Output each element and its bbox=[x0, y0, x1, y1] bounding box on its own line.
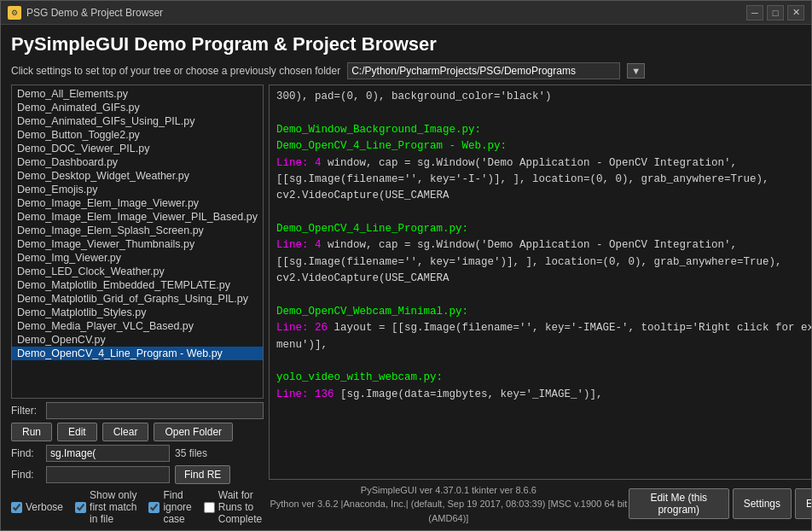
code-line: [[sg.Image(filename='', key='-I-')], ], … bbox=[276, 172, 812, 188]
checkbox-row: Verbose Show only first match in file Fi… bbox=[11, 489, 264, 525]
close-button[interactable]: ✕ bbox=[787, 5, 804, 20]
code-line: menu')], bbox=[276, 337, 812, 353]
code-line bbox=[276, 205, 812, 221]
right-button-row: Edit Me (this program) Settings Exit bbox=[629, 488, 812, 519]
find-re-button[interactable]: Find RE bbox=[175, 465, 230, 484]
list-item[interactable]: Demo_Image_Elem_Image_Viewer.py bbox=[12, 196, 263, 210]
find2-label: Find: bbox=[11, 469, 41, 481]
code-line: 300), pad=(0, 0), background_color='blac… bbox=[276, 89, 812, 105]
run-button[interactable]: Run bbox=[11, 423, 52, 441]
button-row: Run Edit Clear Open Folder bbox=[11, 423, 264, 441]
folder-path-input[interactable] bbox=[347, 62, 620, 79]
list-item[interactable]: Demo_Image_Elem_Image_Viewer_PIL_Based.p… bbox=[12, 210, 263, 224]
edit-button[interactable]: Edit bbox=[57, 423, 97, 441]
code-line bbox=[276, 105, 812, 121]
title-bar-controls: ─ □ ✕ bbox=[746, 5, 804, 20]
right-panel: 300), pad=(0, 0), background_color='blac… bbox=[269, 85, 812, 525]
filter-row: Filter: bbox=[11, 402, 264, 419]
list-item[interactable]: Demo_LED_Clock_Weather.py bbox=[12, 265, 263, 278]
find-ignore-case-label: Find ignore case bbox=[163, 489, 191, 525]
list-item[interactable]: Demo_Media_Player_VLC_Based.py bbox=[12, 319, 263, 333]
minimize-button[interactable]: ─ bbox=[746, 5, 763, 20]
code-line: cv2.VideoCapture(USE_CAMERA bbox=[276, 188, 812, 204]
list-item[interactable]: Demo_DOC_Viewer_PIL.py bbox=[12, 142, 263, 155]
code-line: Line: 4 window, cap = sg.Window('Demo Ap… bbox=[276, 155, 812, 172]
clear-button[interactable]: Clear bbox=[102, 423, 149, 441]
code-line: Line: 136 [sg.Image(data=imgbytes, key='… bbox=[276, 387, 812, 403]
verbose-checkbox[interactable] bbox=[11, 502, 22, 513]
app-container: PySimpleGUI Demo Program & Project Brows… bbox=[1, 25, 811, 531]
title-bar: ⚙ PSG Demo & Project Browser ─ □ ✕ bbox=[1, 1, 811, 25]
list-item[interactable]: Demo_Animated_GIFs.py bbox=[12, 101, 263, 114]
code-line: Demo_Window_Background_Image.py: bbox=[276, 122, 812, 138]
find-ignore-case-checkbox-item[interactable]: Find ignore case bbox=[148, 489, 191, 525]
list-item[interactable]: Demo_Img_Viewer.py bbox=[12, 251, 263, 265]
folder-row: Click settings to set top of your tree o… bbox=[11, 62, 801, 79]
list-item[interactable]: Demo_Matplotlib_Embedded_TEMPLATE.py bbox=[12, 278, 263, 292]
code-line bbox=[276, 288, 812, 304]
title-bar-text: PSG Demo & Project Browser bbox=[26, 7, 741, 19]
wait-for-runs-checkbox-item[interactable]: Wait for Runs to Complete bbox=[204, 489, 264, 525]
main-area: Demo_All_Elements.pyDemo_Animated_GIFs.p… bbox=[11, 85, 801, 525]
find1-row: Find: 35 files bbox=[11, 445, 264, 462]
code-line: cv2.VideoCapture(USE_CAMERA bbox=[276, 271, 812, 287]
find2-input[interactable] bbox=[46, 466, 170, 483]
verbose-label: Verbose bbox=[26, 501, 63, 513]
code-line bbox=[276, 353, 812, 370]
find2-row: Find: Find RE bbox=[11, 465, 264, 484]
find-ignore-case-checkbox[interactable] bbox=[148, 502, 160, 513]
list-item[interactable]: Demo_Matplotlib_Styles.py bbox=[12, 306, 263, 319]
bottom-right: PySimpleGUI ver 4.37.0.1 tkinter ver 8.6… bbox=[269, 483, 812, 526]
find1-input[interactable] bbox=[46, 445, 170, 462]
code-line: Line: 26 layout = [[sg.Image(filename=''… bbox=[276, 320, 812, 336]
find1-label: Find: bbox=[11, 447, 41, 459]
list-item[interactable]: Demo_Desktop_Widget_Weather.py bbox=[12, 169, 263, 183]
show-only-first-checkbox-item[interactable]: Show only first match in file bbox=[75, 489, 136, 525]
filter-input[interactable] bbox=[46, 402, 264, 419]
left-panel: Demo_All_Elements.pyDemo_Animated_GIFs.p… bbox=[11, 85, 264, 525]
find1-count: 35 files bbox=[175, 447, 207, 459]
exit-button[interactable]: Exit bbox=[795, 488, 812, 519]
code-line: Line: 4 window, cap = sg.Window('Demo Ap… bbox=[276, 237, 812, 254]
list-item[interactable]: Demo_OpenCV.py bbox=[12, 333, 263, 347]
list-item[interactable]: Demo_OpenCV_4_Line_Program - Web.py bbox=[12, 347, 263, 360]
list-item[interactable]: Demo_Image_Elem_Splash_Screen.py bbox=[12, 224, 263, 237]
folder-label: Click settings to set top of your tree o… bbox=[11, 65, 340, 77]
version-line2: Python ver 3.6.2 |Anaconda, Inc.| (defau… bbox=[269, 497, 629, 525]
edit-me-button[interactable]: Edit Me (this program) bbox=[629, 488, 729, 519]
list-item[interactable]: Demo_All_Elements.py bbox=[12, 87, 263, 101]
show-only-first-label: Show only first match in file bbox=[90, 489, 136, 525]
list-item[interactable]: Demo_Animated_GIFs_Using_PIL.py bbox=[12, 114, 263, 128]
file-list-container[interactable]: Demo_All_Elements.pyDemo_Animated_GIFs.p… bbox=[11, 85, 264, 399]
list-item[interactable]: Demo_Image_Viewer_Thumbnails.py bbox=[12, 237, 263, 251]
file-list: Demo_All_Elements.pyDemo_Animated_GIFs.p… bbox=[12, 85, 263, 362]
app-title: PySimpleGUI Demo Program & Project Brows… bbox=[11, 33, 801, 55]
list-item[interactable]: Demo_Dashboard.py bbox=[12, 155, 263, 169]
list-item[interactable]: Demo_Button_Toggle2.py bbox=[12, 128, 263, 142]
wait-for-runs-label: Wait for Runs to Complete bbox=[218, 489, 264, 525]
settings-button[interactable]: Settings bbox=[733, 488, 792, 519]
filter-label: Filter: bbox=[11, 405, 41, 417]
open-folder-button[interactable]: Open Folder bbox=[154, 423, 233, 441]
code-line: Demo_OpenCV_4_Line_Program.py: bbox=[276, 221, 812, 237]
code-line: Demo_OpenCV_4_Line_Program - Web.py: bbox=[276, 138, 812, 155]
show-only-first-checkbox[interactable] bbox=[75, 502, 86, 513]
app-icon: ⚙ bbox=[8, 6, 21, 20]
folder-dropdown-button[interactable]: ▼ bbox=[627, 63, 645, 79]
version-line1: PySimpleGUI ver 4.37.0.1 tkinter ver 8.6… bbox=[269, 483, 629, 498]
code-line: [[sg.Image(filename='', key='image')], ]… bbox=[276, 254, 812, 271]
list-item[interactable]: Demo_Emojis.py bbox=[12, 183, 263, 196]
maximize-button[interactable]: □ bbox=[767, 5, 784, 20]
code-line: Demo_OpenCV_Webcam_Minimal.py: bbox=[276, 304, 812, 320]
code-line: yolo_video_with_webcam.py: bbox=[276, 370, 812, 386]
code-area[interactable]: 300), pad=(0, 0), background_color='blac… bbox=[269, 85, 812, 480]
list-item[interactable]: Demo_Matplotlib_Grid_of_Graphs_Using_PIL… bbox=[12, 292, 263, 306]
verbose-checkbox-item[interactable]: Verbose bbox=[11, 501, 63, 513]
wait-for-runs-checkbox[interactable] bbox=[204, 502, 215, 513]
version-info: PySimpleGUI ver 4.37.0.1 tkinter ver 8.6… bbox=[269, 483, 629, 526]
